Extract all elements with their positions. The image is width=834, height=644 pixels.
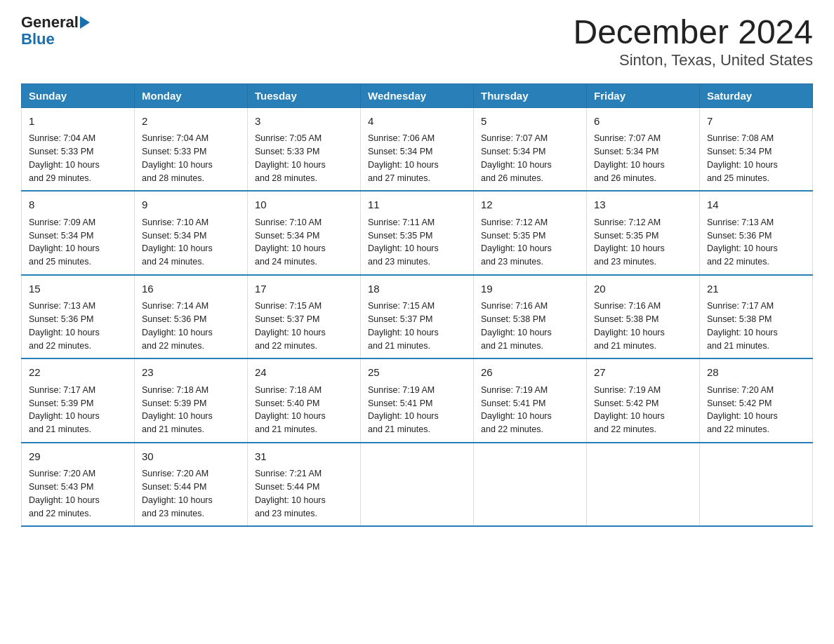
calendar-cell [587, 443, 700, 527]
day-info: Sunrise: 7:19 AMSunset: 5:41 PMDaylight:… [368, 384, 466, 436]
header-tuesday: Tuesday [248, 83, 361, 107]
day-info: Sunrise: 7:12 AMSunset: 5:35 PMDaylight:… [594, 216, 692, 269]
calendar-cell: 10Sunrise: 7:10 AMSunset: 5:34 PMDayligh… [248, 191, 361, 275]
day-info: Sunrise: 7:19 AMSunset: 5:41 PMDaylight:… [481, 384, 579, 436]
day-number: 1 [29, 114, 127, 130]
day-info: Sunrise: 7:20 AMSunset: 5:44 PMDaylight:… [142, 467, 240, 520]
page-subtitle: Sinton, Texas, United States [573, 51, 813, 69]
calendar-cell: 4Sunrise: 7:06 AMSunset: 5:34 PMDaylight… [361, 107, 474, 191]
calendar-cell [700, 443, 813, 527]
header-wednesday: Wednesday [361, 83, 474, 107]
day-number: 29 [29, 449, 127, 465]
day-number: 26 [481, 365, 579, 381]
header-sunday: Sunday [22, 83, 135, 107]
calendar-week-row: 1Sunrise: 7:04 AMSunset: 5:33 PMDaylight… [22, 107, 813, 191]
header-friday: Friday [587, 83, 700, 107]
day-info: Sunrise: 7:13 AMSunset: 5:36 PMDaylight:… [707, 216, 805, 269]
calendar-cell: 14Sunrise: 7:13 AMSunset: 5:36 PMDayligh… [700, 191, 813, 275]
calendar-cell: 12Sunrise: 7:12 AMSunset: 5:35 PMDayligh… [474, 191, 587, 275]
calendar-cell [474, 443, 587, 527]
calendar-cell: 11Sunrise: 7:11 AMSunset: 5:35 PMDayligh… [361, 191, 474, 275]
day-number: 22 [29, 365, 127, 381]
calendar-cell: 13Sunrise: 7:12 AMSunset: 5:35 PMDayligh… [587, 191, 700, 275]
day-info: Sunrise: 7:10 AMSunset: 5:34 PMDaylight:… [255, 216, 353, 269]
day-info: Sunrise: 7:07 AMSunset: 5:34 PMDaylight:… [594, 132, 692, 185]
day-number: 8 [29, 197, 127, 213]
day-number: 28 [707, 365, 805, 381]
day-number: 12 [481, 197, 579, 213]
calendar-cell: 30Sunrise: 7:20 AMSunset: 5:44 PMDayligh… [135, 443, 248, 527]
day-number: 19 [481, 281, 579, 297]
calendar-cell: 17Sunrise: 7:15 AMSunset: 5:37 PMDayligh… [248, 275, 361, 359]
day-number: 30 [142, 449, 240, 465]
day-number: 9 [142, 197, 240, 213]
calendar-cell: 22Sunrise: 7:17 AMSunset: 5:39 PMDayligh… [22, 358, 135, 443]
day-number: 7 [707, 114, 805, 130]
calendar-week-row: 8Sunrise: 7:09 AMSunset: 5:34 PMDaylight… [22, 191, 813, 275]
day-number: 11 [368, 197, 466, 213]
calendar-cell: 29Sunrise: 7:20 AMSunset: 5:43 PMDayligh… [22, 443, 135, 527]
logo: General Blue [21, 14, 90, 48]
day-number: 14 [707, 197, 805, 213]
calendar-cell: 7Sunrise: 7:08 AMSunset: 5:34 PMDaylight… [700, 107, 813, 191]
logo-general: General [21, 14, 79, 31]
calendar-cell: 15Sunrise: 7:13 AMSunset: 5:36 PMDayligh… [22, 275, 135, 359]
header-thursday: Thursday [474, 83, 587, 107]
day-info: Sunrise: 7:21 AMSunset: 5:44 PMDaylight:… [255, 467, 353, 520]
calendar-cell: 3Sunrise: 7:05 AMSunset: 5:33 PMDaylight… [248, 107, 361, 191]
calendar-header-row: SundayMondayTuesdayWednesdayThursdayFrid… [22, 83, 813, 107]
day-number: 27 [594, 365, 692, 381]
day-number: 18 [368, 281, 466, 297]
day-number: 5 [481, 114, 579, 130]
calendar-cell: 28Sunrise: 7:20 AMSunset: 5:42 PMDayligh… [700, 358, 813, 443]
header-saturday: Saturday [700, 83, 813, 107]
calendar-cell: 16Sunrise: 7:14 AMSunset: 5:36 PMDayligh… [135, 275, 248, 359]
day-info: Sunrise: 7:17 AMSunset: 5:39 PMDaylight:… [29, 384, 127, 436]
calendar-cell: 5Sunrise: 7:07 AMSunset: 5:34 PMDaylight… [474, 107, 587, 191]
page-header: General Blue December 2024 Sinton, Texas… [21, 14, 813, 69]
calendar-cell: 26Sunrise: 7:19 AMSunset: 5:41 PMDayligh… [474, 358, 587, 443]
day-info: Sunrise: 7:18 AMSunset: 5:40 PMDaylight:… [255, 384, 353, 436]
day-number: 21 [707, 281, 805, 297]
calendar-cell: 20Sunrise: 7:16 AMSunset: 5:38 PMDayligh… [587, 275, 700, 359]
day-info: Sunrise: 7:15 AMSunset: 5:37 PMDaylight:… [255, 300, 353, 352]
day-info: Sunrise: 7:18 AMSunset: 5:39 PMDaylight:… [142, 384, 240, 436]
calendar-cell: 9Sunrise: 7:10 AMSunset: 5:34 PMDaylight… [135, 191, 248, 275]
calendar-cell: 27Sunrise: 7:19 AMSunset: 5:42 PMDayligh… [587, 358, 700, 443]
day-info: Sunrise: 7:16 AMSunset: 5:38 PMDaylight:… [481, 300, 579, 352]
day-info: Sunrise: 7:07 AMSunset: 5:34 PMDaylight:… [481, 132, 579, 185]
day-number: 23 [142, 365, 240, 381]
day-info: Sunrise: 7:09 AMSunset: 5:34 PMDaylight:… [29, 216, 127, 269]
day-info: Sunrise: 7:10 AMSunset: 5:34 PMDaylight:… [142, 216, 240, 269]
day-number: 17 [255, 281, 353, 297]
calendar-cell: 2Sunrise: 7:04 AMSunset: 5:33 PMDaylight… [135, 107, 248, 191]
day-info: Sunrise: 7:20 AMSunset: 5:43 PMDaylight:… [29, 467, 127, 520]
calendar-cell: 8Sunrise: 7:09 AMSunset: 5:34 PMDaylight… [22, 191, 135, 275]
page-title: December 2024 [573, 14, 813, 51]
day-info: Sunrise: 7:04 AMSunset: 5:33 PMDaylight:… [142, 132, 240, 185]
day-number: 6 [594, 114, 692, 130]
calendar-cell: 24Sunrise: 7:18 AMSunset: 5:40 PMDayligh… [248, 358, 361, 443]
day-info: Sunrise: 7:17 AMSunset: 5:38 PMDaylight:… [707, 300, 805, 352]
logo-blue: Blue [21, 31, 55, 48]
day-number: 4 [368, 114, 466, 130]
calendar-cell: 25Sunrise: 7:19 AMSunset: 5:41 PMDayligh… [361, 358, 474, 443]
day-info: Sunrise: 7:06 AMSunset: 5:34 PMDaylight:… [368, 132, 466, 185]
day-number: 20 [594, 281, 692, 297]
calendar-cell: 1Sunrise: 7:04 AMSunset: 5:33 PMDaylight… [22, 107, 135, 191]
calendar-week-row: 22Sunrise: 7:17 AMSunset: 5:39 PMDayligh… [22, 358, 813, 443]
calendar-cell [361, 443, 474, 527]
day-info: Sunrise: 7:16 AMSunset: 5:38 PMDaylight:… [594, 300, 692, 352]
day-info: Sunrise: 7:15 AMSunset: 5:37 PMDaylight:… [368, 300, 466, 352]
day-number: 3 [255, 114, 353, 130]
day-info: Sunrise: 7:04 AMSunset: 5:33 PMDaylight:… [29, 132, 127, 185]
day-info: Sunrise: 7:12 AMSunset: 5:35 PMDaylight:… [481, 216, 579, 269]
calendar-week-row: 29Sunrise: 7:20 AMSunset: 5:43 PMDayligh… [22, 443, 813, 527]
day-info: Sunrise: 7:05 AMSunset: 5:33 PMDaylight:… [255, 132, 353, 185]
calendar-cell: 31Sunrise: 7:21 AMSunset: 5:44 PMDayligh… [248, 443, 361, 527]
day-number: 25 [368, 365, 466, 381]
calendar-cell: 6Sunrise: 7:07 AMSunset: 5:34 PMDaylight… [587, 107, 700, 191]
title-block: December 2024 Sinton, Texas, United Stat… [573, 14, 813, 69]
day-info: Sunrise: 7:13 AMSunset: 5:36 PMDaylight:… [29, 300, 127, 352]
calendar-cell: 18Sunrise: 7:15 AMSunset: 5:37 PMDayligh… [361, 275, 474, 359]
